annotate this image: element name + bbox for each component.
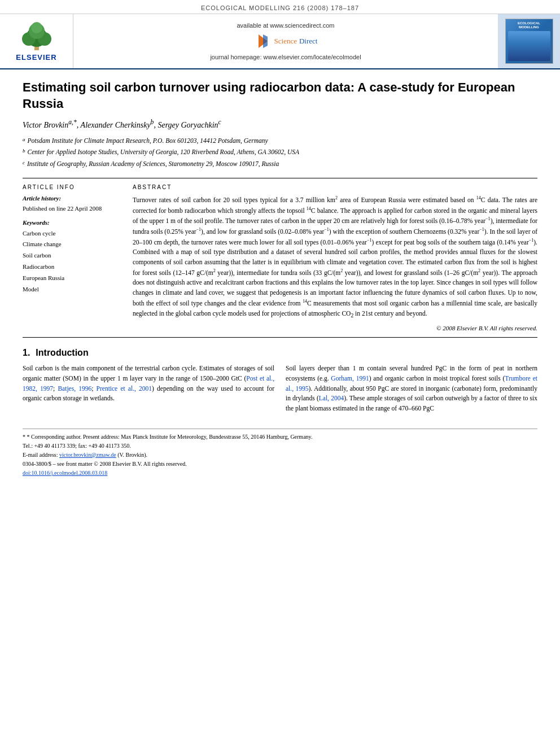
sd-science-text: Science	[274, 37, 297, 46]
intro-text-2: Soil layers deeper than 1 m contain seve…	[286, 364, 537, 414]
issn-text: 0304-3800/$ – see front matter © 2008 El…	[23, 460, 537, 469]
elsevier-logo: ELSEVIER	[14, 21, 59, 62]
intro-title: Introduction	[36, 348, 88, 358]
svg-marker-7	[263, 34, 268, 48]
authors-text: Victor Brovkina,*, Alexander Cherkinskyb…	[23, 121, 221, 129]
section-divider	[23, 178, 537, 178]
doi-link[interactable]: doi:10.1016/j.ecolmodel.2008.03.018	[23, 470, 107, 476]
article-info-heading: ARTICLE INFO	[23, 184, 121, 190]
aff-text-b: Center for Applied Isotope Studies, Univ…	[28, 147, 300, 157]
cover-title: ECOLOGICALMODELLING	[518, 21, 540, 29]
keyword-3: Soil carbon	[23, 250, 121, 261]
page: ECOLOGICAL MODELLING 216 (2008) 178–187 …	[0, 0, 560, 747]
aff-sup-a: a	[23, 136, 25, 146]
elsevier-logo-container: ELSEVIER	[0, 14, 73, 68]
header-center: available at www.sciencedirect.com Scien…	[73, 14, 498, 68]
elsevier-tree-icon	[14, 21, 59, 52]
ref-batjes[interactable]: Batjes, 1996	[58, 385, 91, 392]
homepage-text: journal homepage: www.elsevier.com/locat…	[210, 54, 361, 60]
intro-col-1: Soil carbon is the main component of the…	[23, 364, 274, 414]
journal-reference: ECOLOGICAL MODELLING 216 (2008) 178–187	[0, 0, 560, 14]
history-label: Article history:	[23, 195, 121, 202]
ref-trumbore[interactable]: Trumbore et al., 1995	[286, 375, 537, 392]
email-link[interactable]: victor.brovkin@zmaw.de	[59, 452, 116, 458]
affiliation-b: b Center for Applied Isotope Studies, Un…	[23, 147, 537, 157]
intro-divider	[23, 337, 537, 338]
elsevier-label-text: ELSEVIER	[16, 53, 56, 62]
published-date: Published on line 22 April 2008	[23, 204, 121, 213]
doi-line: doi:10.1016/j.ecolmodel.2008.03.018	[23, 469, 537, 478]
header-banner: ELSEVIER available at www.sciencedirect.…	[0, 14, 560, 69]
affiliations: a Potsdam Institute for Climate Impact R…	[23, 136, 537, 169]
sciencedirect-icon	[254, 32, 272, 50]
svg-point-5	[31, 22, 42, 33]
affiliation-a: a Potsdam Institute for Climate Impact R…	[23, 136, 537, 146]
article-title: Estimating soil carbon turnover using ra…	[23, 80, 537, 112]
introduction-section: 1. Introduction Soil carbon is the main …	[23, 348, 537, 414]
info-abstract-section: ARTICLE INFO Article history: Published …	[23, 184, 537, 331]
intro-number: 1.	[23, 348, 30, 358]
cover-image	[508, 31, 550, 61]
email-label: E-mail address:	[23, 452, 58, 458]
aff-text-c: Institute of Geography, Russian Academy …	[27, 159, 279, 169]
ref-gorham[interactable]: Gorham, 1991	[331, 375, 369, 382]
email-suffix: (V. Brovkin).	[117, 452, 147, 458]
main-content: Estimating soil carbon turnover using ra…	[0, 69, 560, 420]
corresponding-author-text: * Corresponding author. Present address:…	[27, 434, 313, 440]
keywords-list: Carbon cycle Climate change Soil carbon …	[23, 228, 121, 295]
intro-columns: Soil carbon is the main component of the…	[23, 364, 537, 414]
aff-sup-b: b	[23, 147, 25, 157]
journal-ref-text: ECOLOGICAL MODELLING 216 (2008) 178–187	[201, 5, 359, 11]
abstract-text: Turnover rates of soil carbon for 20 soi…	[133, 195, 537, 320]
abstract-column: ABSTRACT Turnover rates of soil carbon f…	[133, 184, 537, 331]
sd-direct-text: Direct	[299, 37, 317, 46]
aff-text-a: Potsdam Institute for Climate Impact Res…	[28, 136, 268, 146]
intro-text-1: Soil carbon is the main component of the…	[23, 364, 274, 404]
footnote-corresponding: * * Corresponding author. Present addres…	[23, 433, 537, 442]
intro-col-2: Soil layers deeper than 1 m contain seve…	[286, 364, 537, 414]
article-info-column: ARTICLE INFO Article history: Published …	[23, 184, 121, 331]
intro-heading-row: 1. Introduction	[23, 348, 537, 358]
keyword-1: Carbon cycle	[23, 228, 121, 239]
tel-fax-text: Tel.: +49 40 41173 339; fax: +49 40 4117…	[23, 442, 537, 451]
authors-line: Victor Brovkina,*, Alexander Cherkinskyb…	[23, 119, 537, 130]
keyword-6: Model	[23, 284, 121, 295]
keyword-4: Radiocarbon	[23, 261, 121, 273]
footer-divider	[23, 429, 537, 429]
keyword-2: Climate change	[23, 239, 121, 250]
copyright-text: © 2008 Elsevier B.V. All rights reserved…	[133, 325, 537, 331]
abstract-heading: ABSTRACT	[133, 184, 537, 190]
footnote-asterisk: *	[23, 434, 27, 440]
keywords-label: Keywords:	[23, 219, 121, 226]
author-3: Sergey Goryachkinc	[158, 121, 221, 129]
sciencedirect-logo: ScienceDirect	[254, 32, 318, 50]
available-text: available at www.sciencedirect.com	[237, 22, 334, 29]
affiliation-c: c Institute of Geography, Russian Academ…	[23, 159, 537, 169]
author-2: Alexander Cherkinskyb	[81, 121, 154, 129]
ref-prentice[interactable]: Prentice et al., 2001	[97, 385, 152, 392]
aff-sup-c: c	[23, 159, 25, 169]
journal-cover-container: ECOLOGICALMODELLING	[498, 14, 560, 68]
footnote-section: * * Corresponding author. Present addres…	[0, 433, 560, 483]
keyword-5: European Russia	[23, 273, 121, 284]
email-line: E-mail address: victor.brovkin@zmaw.de (…	[23, 451, 537, 460]
ref-lal[interactable]: Lal, 2004	[319, 395, 344, 401]
author-1: Victor Brovkina,*	[23, 121, 77, 129]
journal-cover: ECOLOGICALMODELLING	[505, 19, 553, 64]
